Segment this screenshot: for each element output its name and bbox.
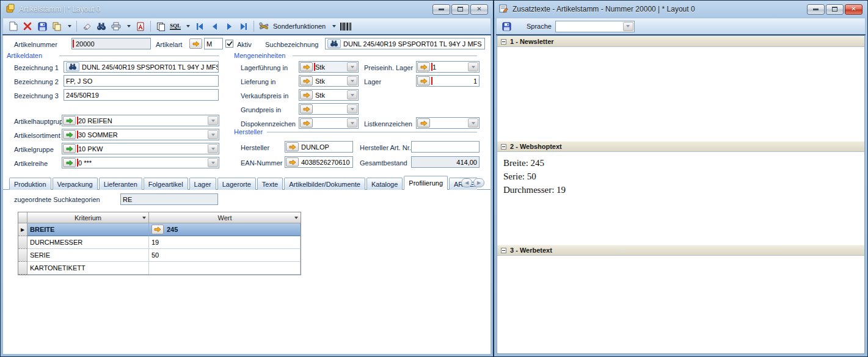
- lookup-arrow-icon[interactable]: [417, 62, 430, 71]
- sonderfunktionen-dropdown-icon[interactable]: [329, 20, 338, 33]
- artikelhauptgruppe-combo[interactable]: 20 REIFEN: [62, 115, 219, 126]
- lookup-arrow-icon[interactable]: [63, 116, 76, 125]
- hersteller-artnr-field[interactable]: [411, 141, 480, 153]
- lookup-arrow-icon[interactable]: [417, 118, 430, 128]
- dropdown-icon[interactable]: [347, 118, 357, 128]
- lookup-arrow-icon[interactable]: [300, 90, 313, 99]
- artikelgruppe-combo[interactable]: 10 PKW: [62, 143, 219, 154]
- lookup-arrow-icon[interactable]: [300, 76, 313, 85]
- collapse-icon[interactable]: [501, 248, 506, 253]
- grundpreis-combo[interactable]: [299, 103, 359, 115]
- previous-record-icon[interactable]: [208, 20, 221, 33]
- tab-scroll-right-icon[interactable]: ▶: [473, 178, 484, 187]
- row-selector[interactable]: [18, 236, 27, 249]
- lookup-arrow-icon[interactable]: [300, 118, 313, 128]
- row-selector[interactable]: [18, 262, 27, 275]
- copy-icon[interactable]: [50, 20, 64, 33]
- sonderfunktionen-button[interactable]: Sonderfunktionen: [272, 23, 328, 30]
- last-record-icon[interactable]: [237, 20, 250, 33]
- special-functions-icon[interactable]: [257, 20, 271, 33]
- sql-icon[interactable]: SQL: [169, 20, 182, 33]
- tab-lagerorte[interactable]: Lagerorte: [217, 178, 256, 190]
- lookup-arrow-icon[interactable]: [300, 62, 313, 71]
- tab-profilierung[interactable]: Profilierung: [404, 176, 448, 190]
- dropdown-icon[interactable]: [347, 62, 357, 71]
- grid-row-serie[interactable]: SERIE 50: [18, 249, 301, 262]
- lookup-arrow-icon[interactable]: [63, 144, 76, 153]
- minimize-button[interactable]: [807, 4, 825, 15]
- tab-folgeartikel[interactable]: Folgeartikel: [144, 178, 188, 190]
- tab-verpackung[interactable]: Verpackung: [53, 178, 98, 190]
- lookup-arrow-icon[interactable]: [286, 142, 299, 151]
- grid-row-breite[interactable]: ▶ BREITE 245: [18, 223, 301, 236]
- search-lookup-icon[interactable]: [327, 39, 341, 48]
- lieferung-combo[interactable]: Stk: [299, 75, 359, 87]
- dispokennzeichen-combo[interactable]: [299, 117, 359, 129]
- bezeichnung3-field[interactable]: 245/50R19: [64, 89, 219, 101]
- section-werbetext-header[interactable]: 3 - Werbetext: [497, 245, 864, 256]
- report-icon[interactable]: [134, 20, 147, 33]
- section-newsletter-header[interactable]: 1 - Newsletter: [497, 36, 864, 47]
- minimize-button[interactable]: [432, 4, 450, 15]
- dropdown-icon[interactable]: [208, 116, 218, 125]
- lookup-arrow-icon[interactable]: [151, 225, 164, 234]
- copy-dropdown-icon[interactable]: [65, 20, 73, 33]
- print-dropdown-icon[interactable]: [124, 20, 133, 33]
- print-icon[interactable]: [109, 20, 123, 33]
- dropdown-icon[interactable]: [208, 158, 218, 167]
- dropdown-icon[interactable]: [208, 130, 218, 139]
- new-record-icon[interactable]: [6, 20, 20, 33]
- search-lookup-icon[interactable]: [66, 62, 79, 71]
- grid-row-kartonetikett[interactable]: KARTONETIKETT: [18, 262, 301, 275]
- dropdown-icon[interactable]: [347, 104, 357, 114]
- listkennzeichen-combo[interactable]: [416, 117, 480, 129]
- suchkategorien-field[interactable]: RE: [120, 193, 218, 205]
- grid-header-wert[interactable]: Wert: [149, 212, 301, 223]
- sprache-combo[interactable]: [555, 21, 635, 32]
- lookup-arrow-icon[interactable]: [286, 157, 299, 167]
- bezeichnung2-field[interactable]: FP, J SO: [64, 75, 219, 87]
- save-icon[interactable]: [35, 20, 49, 33]
- lookup-arrow-icon[interactable]: [63, 158, 76, 167]
- lookup-arrow-icon[interactable]: [300, 104, 313, 114]
- close-button[interactable]: ✕: [470, 4, 488, 15]
- delete-record-icon[interactable]: [21, 20, 34, 33]
- dropdown-icon[interactable]: [208, 144, 218, 153]
- collapse-icon[interactable]: [501, 144, 506, 150]
- column-dropdown-icon[interactable]: [294, 217, 298, 219]
- save-icon[interactable]: [500, 20, 513, 33]
- artikelreihe-combo[interactable]: 0 ***: [62, 157, 219, 168]
- grid-header-kriterium[interactable]: Kriterium: [27, 212, 149, 223]
- restore-button[interactable]: [451, 4, 469, 15]
- preiseinh-combo[interactable]: 1: [416, 61, 480, 73]
- dropdown-icon[interactable]: [347, 76, 357, 85]
- lager-field[interactable]: 1: [416, 75, 480, 87]
- webshoptext-textarea[interactable]: Breite: 245 Serie: 50 Durchmesser: 19: [497, 152, 864, 245]
- eraser-icon[interactable]: [80, 20, 93, 33]
- tab-lieferanten[interactable]: Lieferanten: [99, 178, 142, 190]
- bezeichnung1-field[interactable]: DUNL 245/40R19 SPSPORT01 TL 94Y J MFS: [64, 61, 219, 73]
- tab-kataloge[interactable]: Kataloge: [367, 178, 403, 190]
- pages-icon[interactable]: [154, 20, 167, 33]
- artikelart-field[interactable]: M: [204, 38, 223, 49]
- barcode-icon[interactable]: [339, 20, 352, 33]
- werbetext-textarea[interactable]: [497, 256, 864, 353]
- artikelart-lookup-button[interactable]: [189, 38, 202, 49]
- dropdown-icon[interactable]: [468, 118, 478, 128]
- artikelsortiment-combo[interactable]: 30 SOMMER: [62, 129, 219, 140]
- section-webshoptext-header[interactable]: 2 - Webshoptext: [497, 141, 864, 152]
- tab-texte[interactable]: Texte: [257, 178, 283, 190]
- first-record-icon[interactable]: [193, 20, 206, 33]
- lookup-arrow-icon[interactable]: [417, 76, 430, 85]
- sql-dropdown-icon[interactable]: [183, 20, 192, 33]
- column-dropdown-icon[interactable]: [142, 217, 146, 219]
- collapse-icon[interactable]: [501, 39, 506, 45]
- row-selector[interactable]: [18, 249, 27, 262]
- ean-nummer-field[interactable]: 4038526270610: [285, 156, 353, 168]
- tab-produktion[interactable]: Produktion: [9, 178, 51, 190]
- lagerfuehrung-combo[interactable]: Stk: [299, 61, 359, 73]
- row-selector-icon[interactable]: ▶: [18, 223, 27, 236]
- search-icon[interactable]: [95, 20, 108, 33]
- dropdown-icon[interactable]: [623, 22, 633, 31]
- artikelnummer-field[interactable]: 20000: [71, 38, 151, 49]
